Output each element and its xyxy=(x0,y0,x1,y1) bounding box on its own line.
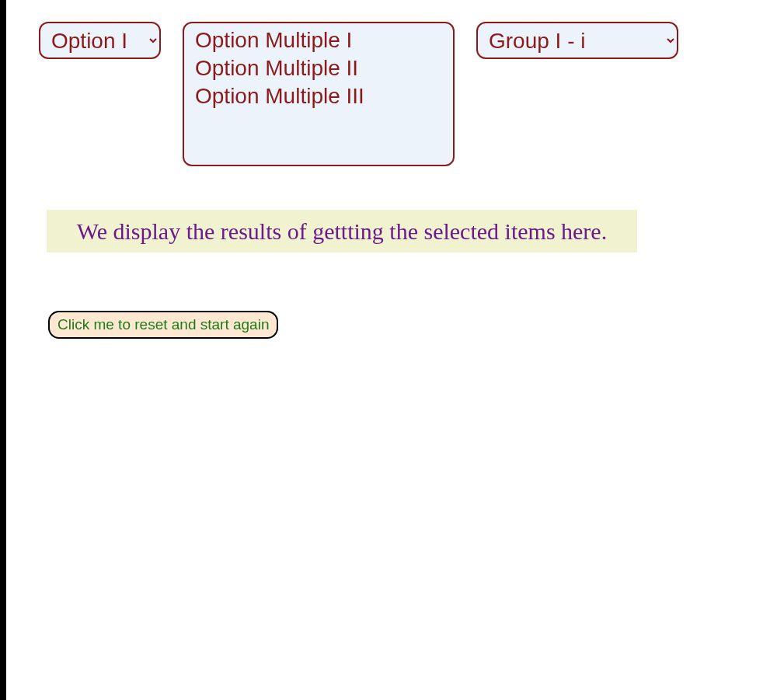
single-select[interactable]: Option I xyxy=(39,22,161,59)
left-black-strip xyxy=(0,0,6,700)
select-row: Option I Option Multiple I Option Multip… xyxy=(39,22,678,166)
multi-select-option[interactable]: Option Multiple I xyxy=(192,26,445,54)
group-select[interactable]: Group I - i xyxy=(476,22,678,59)
multi-select[interactable]: Option Multiple I Option Multiple II Opt… xyxy=(183,22,455,166)
results-display: We display the results of gettting the s… xyxy=(47,210,637,252)
multi-select-option[interactable]: Option Multiple III xyxy=(192,82,445,110)
reset-button[interactable]: Click me to reset and start again xyxy=(48,311,278,339)
multi-select-option[interactable]: Option Multiple II xyxy=(192,54,445,82)
